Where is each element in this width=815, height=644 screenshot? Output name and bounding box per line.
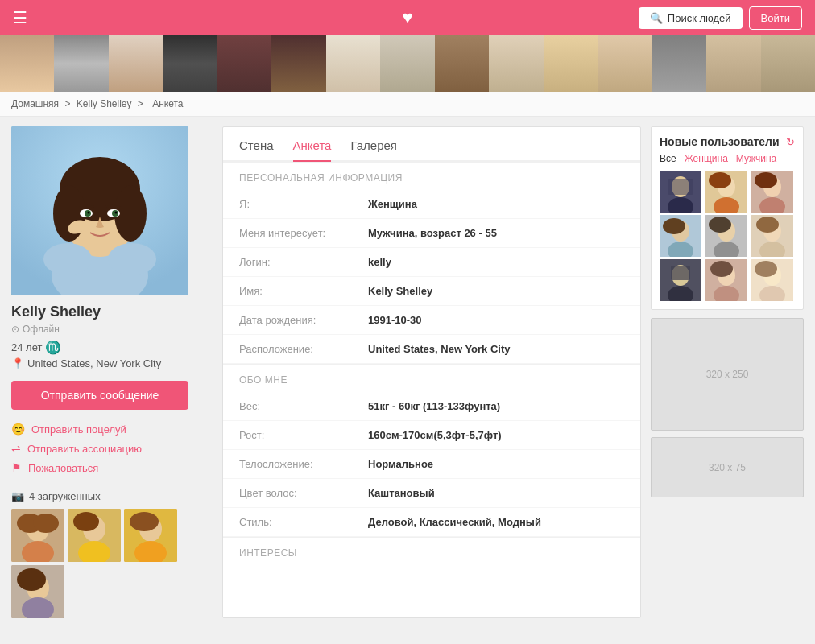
new-user-8[interactable] (705, 259, 747, 301)
breadcrumb: Домашняя > Kelly Shelley > Анкета (0, 92, 815, 117)
strip-photo-8[interactable] (380, 35, 434, 92)
strip-photo-11[interactable] (544, 35, 598, 92)
svg-point-28 (130, 512, 159, 531)
action-links: 😊 Отправить поцелуй ⇌ Отправить ассоциац… (11, 423, 213, 474)
strip-photo-5[interactable] (217, 35, 271, 92)
strip-photo-7[interactable] (326, 35, 380, 92)
tab-gallery[interactable]: Галерея (350, 138, 397, 162)
send-kiss-link[interactable]: 😊 Отправить поцелуй (11, 423, 213, 436)
new-user-7[interactable] (660, 259, 701, 301)
users-grid (660, 171, 795, 301)
svg-point-12 (115, 212, 118, 214)
header-left: ☰ (13, 8, 27, 27)
search-button[interactable]: 🔍 Поиск людей (639, 7, 743, 29)
svg-point-48 (663, 218, 685, 234)
about-me-header: ОБО МНЕ (223, 364, 640, 392)
strip-photo-6[interactable] (271, 35, 325, 92)
association-icon: ⇌ (11, 442, 21, 455)
photos-section: 📷 4 загруженных (11, 490, 213, 618)
strip-photo-3[interactable] (109, 35, 163, 92)
right-column: Новые пользователи ↻ Все Женщина Мужчина (651, 126, 804, 618)
send-message-button[interactable]: Отправить сообщение (11, 381, 188, 410)
new-users-box: Новые пользователи ↻ Все Женщина Мужчина (651, 126, 804, 310)
info-row-location: Расположение: United States, New York Ci… (223, 335, 640, 364)
info-row-interest: Меня интересует: Мужчина, возраст 26 - 5… (223, 219, 640, 248)
info-row-weight: Вес: 51кг - 60кг (113-133фунта) (223, 392, 640, 421)
interests-header: ИНТЕРЕСЫ (223, 537, 640, 565)
filter-female[interactable]: Женщина (685, 153, 728, 164)
left-column: Kelly Shelley ⊙ Офлайн 24 лет ♏ 📍 United… (11, 126, 213, 618)
menu-icon[interactable]: ☰ (13, 8, 27, 27)
new-users-header: Новые пользователи ↻ (660, 135, 795, 148)
tab-wall[interactable]: Стена (239, 138, 274, 162)
camera-icon: 📷 (11, 490, 24, 502)
new-user-1[interactable] (660, 171, 701, 213)
svg-point-64 (710, 261, 733, 277)
breadcrumb-sep1: > (64, 98, 70, 109)
breadcrumb-user[interactable]: Kelly Shelley (77, 98, 132, 109)
report-link[interactable]: ⚑ Пожаловаться (11, 461, 213, 474)
svg-point-44 (755, 172, 777, 188)
new-users-title: Новые пользователи (660, 135, 780, 148)
svg-rect-36 (668, 179, 693, 195)
strip-photo-4[interactable] (163, 35, 217, 92)
login-button[interactable]: Войти (749, 6, 802, 30)
breadcrumb-home[interactable]: Домашняя (11, 98, 59, 109)
strip-photo-12[interactable] (598, 35, 652, 92)
svg-point-24 (73, 512, 99, 531)
strip-photo-9[interactable] (435, 35, 489, 92)
svg-point-56 (756, 217, 779, 233)
strip-photo-14[interactable] (706, 35, 760, 92)
filter-all[interactable]: Все (660, 153, 676, 164)
info-row-build: Телосложение: Нормальное (223, 450, 640, 479)
svg-point-11 (88, 212, 90, 214)
main-content: Kelly Shelley ⊙ Офлайн 24 лет ♏ 📍 United… (0, 117, 815, 628)
svg-rect-60 (671, 266, 690, 280)
svg-point-15 (43, 243, 92, 275)
photos-label: 📷 4 загруженных (11, 490, 213, 502)
ad-small: 320 x 75 (651, 437, 804, 497)
ad-large: 320 x 250 (651, 318, 804, 431)
info-row-style: Стиль: Деловой, Классический, Модный (223, 508, 640, 537)
refresh-icon[interactable]: ↻ (786, 136, 795, 148)
new-user-9[interactable] (751, 259, 793, 301)
new-user-4[interactable] (660, 215, 701, 257)
strip-photo-1[interactable] (0, 35, 54, 92)
photo-strip (0, 35, 815, 92)
send-association-link[interactable]: ⇌ Отправить ассоциацию (11, 442, 213, 455)
breadcrumb-sep2: > (138, 98, 143, 109)
svg-point-14 (108, 243, 156, 275)
breadcrumb-page: Анкета (152, 98, 183, 109)
new-user-3[interactable] (751, 171, 793, 213)
user-status: ⊙ Офлайн (11, 324, 213, 335)
header-heart-icon: ♥ (402, 7, 412, 28)
new-user-2[interactable] (705, 171, 747, 213)
new-user-5[interactable] (705, 215, 747, 257)
svg-point-20 (33, 514, 59, 533)
filter-male[interactable]: Мужчина (736, 153, 776, 164)
strip-photo-10[interactable] (489, 35, 543, 92)
info-row-name: Имя: Kelly Shelley (223, 277, 640, 306)
tab-profile[interactable]: Анкета (293, 138, 332, 162)
user-name: Kelly Shelley (11, 303, 213, 320)
strip-photo-13[interactable] (652, 35, 706, 92)
photo-thumb-4[interactable] (11, 565, 64, 618)
svg-point-68 (755, 261, 777, 277)
info-row-login: Логин: kelly (223, 248, 640, 277)
photo-thumb-2[interactable] (68, 509, 121, 562)
new-user-6[interactable] (751, 215, 793, 257)
new-users-filter: Все Женщина Мужчина (660, 153, 795, 164)
location-icon: 📍 (11, 357, 24, 369)
profile-photo (11, 126, 188, 295)
info-row-birthdate: Дата рождения: 1991-10-30 (223, 306, 640, 335)
strip-photo-2[interactable] (54, 35, 108, 92)
zodiac-icon: ♏ (45, 340, 61, 355)
info-row-gender: Я: Женщина (223, 190, 640, 219)
strip-photo-15[interactable] (761, 35, 815, 92)
search-icon: 🔍 (650, 12, 663, 24)
profile-tabs: Стена Анкета Галерея (223, 127, 640, 162)
header: ☰ ♥ 🔍 Поиск людей Войти (0, 0, 815, 35)
personal-info-header: ПЕРСОНАЛЬНАЯ ИНФОРМАЦИЯ (223, 162, 640, 190)
photo-thumb-1[interactable] (11, 509, 64, 562)
photo-thumb-3[interactable] (124, 509, 177, 562)
